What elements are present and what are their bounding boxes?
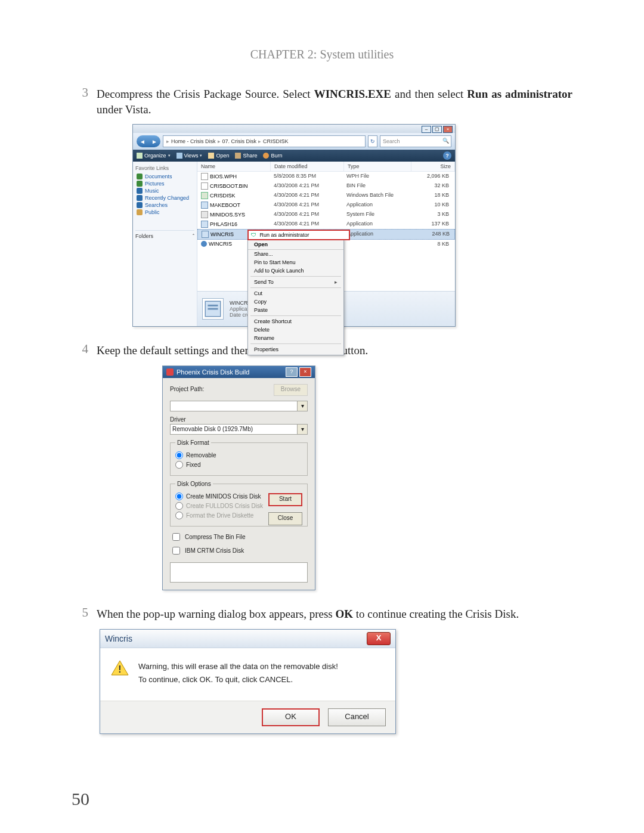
context-menu: Open Share...Pin to Start MenuAdd to Qui… (247, 239, 344, 355)
maximize-button[interactable]: ▢ (432, 126, 442, 133)
browse-button[interactable]: Browse (274, 384, 308, 396)
project-path-label: Project Path: (170, 386, 204, 392)
file-row[interactable]: PHLASH164/30/2008 4:21 PMApplication137 … (197, 219, 455, 229)
nav-item-recently-changed[interactable]: Recently Changed (135, 194, 194, 202)
ctx-paste[interactable]: Paste (248, 306, 343, 314)
music-icon (137, 188, 143, 194)
help-icon (201, 241, 207, 247)
ctx-properties[interactable]: Properties (248, 345, 343, 354)
ctx-run-as-admin[interactable]: 🛡 Run as administrator (247, 230, 350, 240)
step-3: 3 Decompress the Crisis Package Source. … (72, 85, 572, 117)
chevron-right-icon: ▸ (335, 279, 338, 285)
file-area: Name Date modified Type Size BIOS.WPH5/8… (197, 162, 455, 326)
disk-format-group: Disk Format Removable Fixed (170, 439, 308, 476)
ctx-share-[interactable]: Share... (248, 250, 343, 258)
tb-open[interactable]: Open (208, 153, 229, 159)
nav-item-public[interactable]: Public (135, 209, 194, 216)
driver-dropdown[interactable]: Removable Disk 0 (1929.7Mb) ▾ (170, 424, 308, 435)
folders-toggle[interactable]: Folders ˆ (135, 230, 194, 239)
ctx-sendto[interactable]: Send To ▸ (248, 278, 343, 286)
disk-options-group: Disk Options Create MINIDOS Crisis Disk … (170, 481, 308, 527)
check-compress[interactable]: Compress The Bin File (170, 531, 308, 543)
ctx-cut[interactable]: Cut (248, 289, 343, 298)
col-name[interactable]: Name (197, 162, 271, 171)
refresh-button[interactable]: ↻ (368, 135, 377, 147)
ctx-add-to-quick-launch[interactable]: Add to Quick Launch (248, 267, 343, 275)
svg-rect-1 (208, 305, 218, 306)
radio-fixed[interactable]: Fixed (175, 461, 302, 469)
explorer-window: – ▢ × ◄ ► ▸ Home - Crisis Disk ▸ 07. Cri… (132, 124, 456, 327)
pic-icon (137, 181, 143, 187)
ctx-create-shortcut[interactable]: Create Shortcut (248, 317, 343, 326)
nav-pane: Favorite Links DocumentsPicturesMusicRec… (133, 162, 197, 326)
file-row[interactable]: MAKEBOOT4/30/2008 4:21 PMApplication10 K… (197, 200, 455, 210)
file-row[interactable]: MINIDOS.SYS4/30/2008 4:21 PMSystem File3… (197, 210, 455, 219)
close-button[interactable]: Close (268, 512, 302, 525)
chevron-down-icon: ▾ (297, 401, 307, 411)
file-row[interactable]: BIOS.WPH5/8/2008 8:35 PMWPH File2,096 KB (197, 172, 455, 181)
search-icon: 🔍 (442, 138, 449, 144)
share-icon (235, 153, 241, 159)
radio-removable[interactable]: Removable (175, 451, 302, 459)
step-5-number: 5 (72, 605, 97, 622)
nav-item-pictures[interactable]: Pictures (135, 180, 194, 187)
start-button[interactable]: Start (268, 493, 302, 506)
ctx-pin-to-start-menu[interactable]: Pin to Start Menu (248, 258, 343, 267)
tb-organize[interactable]: Organize▾ (137, 153, 171, 159)
tb-share[interactable]: Share (235, 153, 257, 159)
nav-item-music[interactable]: Music (135, 187, 194, 194)
nav-back-forward[interactable]: ◄ ► (137, 135, 160, 147)
step-3-text: Decompress the Crisis Package Source. Se… (97, 85, 572, 117)
crumb-0[interactable]: Home - Crisis Disk (170, 138, 217, 144)
col-date[interactable]: Date modified (271, 162, 344, 171)
wincris-message: Warning, this will erase all the data on… (138, 660, 338, 686)
wincris-titlebar: Wincris X (100, 630, 395, 648)
nav-item-searches[interactable]: Searches (135, 202, 194, 209)
page-number: 50 (72, 789, 89, 809)
figure-explorer: – ▢ × ◄ ► ▸ Home - Crisis Disk ▸ 07. Cri… (97, 124, 572, 327)
crumb-2[interactable]: CRISDISK (262, 138, 290, 144)
minimize-button[interactable]: – (422, 126, 431, 133)
ctx-copy[interactable]: Copy (248, 298, 343, 306)
ctx-open[interactable]: Open (248, 240, 343, 250)
crumb-1[interactable]: 07. Crisis Disk (221, 138, 258, 144)
step-4-number: 4 (72, 342, 97, 358)
breadcrumb[interactable]: ▸ Home - Crisis Disk ▸ 07. Crisis Disk ▸… (163, 135, 366, 147)
warning-icon: ! (111, 660, 129, 676)
phoenix-close-button[interactable]: × (299, 367, 311, 377)
close-button[interactable]: × (443, 126, 453, 133)
search-input[interactable]: Search 🔍 (380, 135, 451, 147)
file-row[interactable]: CRISDISK4/30/2008 4:21 PMWindows Batch F… (197, 191, 455, 200)
col-size[interactable]: Size (411, 162, 455, 171)
forward-icon: ► (151, 138, 157, 145)
tb-views[interactable]: Views▾ (177, 153, 203, 159)
shield-icon: 🛡 (251, 232, 256, 238)
app-icon (201, 221, 208, 228)
window-chrome: – ▢ × (133, 125, 455, 133)
ok-button[interactable]: OK (262, 708, 320, 726)
recent-icon (137, 195, 143, 201)
sys-icon (201, 211, 208, 218)
nav-item-documents[interactable]: Documents (135, 173, 194, 180)
file-row[interactable]: CRISBOOT.BIN4/30/2008 4:21 PMBIN File32 … (197, 181, 455, 191)
file-list: BIOS.WPH5/8/2008 8:35 PMWPH File2,096 KB… (197, 172, 455, 291)
ctx-rename[interactable]: Rename (248, 334, 343, 342)
phoenix-dialog: Phoenix Crisis Disk Build ? × Project Pa… (162, 366, 315, 590)
tb-burn[interactable]: Burn (263, 153, 282, 159)
wincris-close-button[interactable]: X (367, 632, 391, 645)
help-button[interactable]: ? (443, 151, 451, 160)
cancel-button[interactable]: Cancel (328, 708, 386, 726)
organize-icon (137, 153, 143, 159)
project-path-dropdown[interactable]: ▾ (170, 401, 308, 411)
explorer-toolbar: Organize▾ Views▾ Open Share Burn (133, 150, 455, 162)
ctx-delete[interactable]: Delete (248, 326, 343, 334)
phoenix-help-button[interactable]: ? (286, 367, 298, 377)
views-icon (177, 153, 182, 159)
col-type[interactable]: Type (344, 162, 411, 171)
chapter-header: CHAPTER 2: System utilities (72, 48, 572, 61)
app-icon (202, 231, 209, 238)
phoenix-titlebar: Phoenix Crisis Disk Build ? × (163, 366, 315, 378)
check-ibm-crtm[interactable]: IBM CRTM Crisis Disk (170, 545, 308, 556)
step-5-text: When the pop-up warning dialog box appea… (97, 605, 572, 622)
burn-icon (263, 153, 269, 159)
